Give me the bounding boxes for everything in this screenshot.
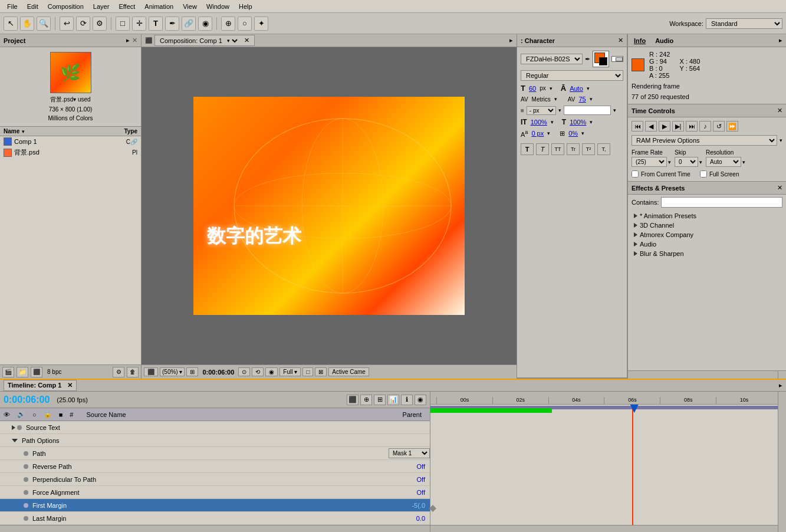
table-row[interactable]: Perpendicular To Path Off — [0, 473, 430, 486]
tl-btn-comp[interactable]: ⬛ — [347, 395, 359, 405]
tool-hand[interactable]: ✋ — [20, 17, 34, 31]
table-row[interactable]: Force Alignment Off — [0, 486, 430, 499]
table-row[interactable]: Path Options — [0, 434, 430, 447]
project-panel-close[interactable]: ✕ — [132, 37, 137, 44]
char-tsumi-val[interactable]: 0% — [568, 130, 578, 137]
tool-text[interactable]: T — [149, 17, 163, 31]
comp-alpha-btn[interactable]: □ — [302, 367, 313, 376]
char-eyedropper-icon[interactable]: ✒ — [585, 55, 590, 63]
table-row[interactable]: First Margin -5(.0 — [0, 499, 430, 512]
comp-time-btn[interactable]: ⊙ — [238, 367, 250, 376]
comp-sync-btn[interactable]: ⟲ — [252, 367, 264, 376]
char-scale-v[interactable]: 100% — [570, 119, 586, 126]
comp-mask-btn[interactable]: ◉ — [265, 367, 278, 376]
skip-arrow[interactable]: ▾ — [699, 159, 702, 165]
frame-rate-arrow[interactable]: ▾ — [668, 159, 671, 165]
char-scale-h[interactable]: 100% — [531, 119, 547, 126]
frame-rate-select[interactable]: (25) — [632, 157, 667, 167]
char-stroke-1[interactable] — [611, 56, 623, 62]
list-item[interactable]: Comp 1 C🔗 — [0, 136, 141, 147]
timeline-tab-close[interactable]: ✕ — [67, 382, 73, 389]
table-row[interactable]: Path Mask 1 — [0, 447, 430, 460]
menu-effect[interactable]: Effect — [114, 2, 140, 11]
btn-audio[interactable]: ♪ — [699, 121, 711, 132]
info-tab[interactable]: Info — [632, 36, 648, 45]
tl-btn-draft[interactable]: ⊕ — [360, 395, 372, 405]
btn-prev-frame[interactable]: ◀ — [645, 121, 657, 132]
mask-select[interactable]: Mask 1 — [389, 448, 430, 458]
tool-zoom[interactable]: 🔍 — [37, 17, 51, 31]
char-btn-smallcaps[interactable]: Tr — [567, 143, 580, 155]
expand-icon[interactable] — [12, 439, 18, 442]
tool-shape[interactable]: □ — [116, 17, 130, 31]
comp-snapshot-btn[interactable]: ⬛ — [144, 367, 158, 376]
list-item[interactable]: Audio — [632, 239, 782, 249]
table-row[interactable]: Last Margin 0.0 — [0, 512, 430, 525]
workspace-select[interactable]: Standard — [706, 18, 782, 29]
resolution-select[interactable]: Auto — [706, 157, 741, 167]
char-baseline-val[interactable]: 0 px — [531, 130, 544, 137]
char-btn-bold[interactable]: T — [521, 143, 534, 155]
btn-go-start[interactable]: ⏮ — [632, 121, 643, 132]
timeline-header-menu[interactable]: ▸ — [779, 382, 782, 389]
tool-undo[interactable]: ↩ — [60, 17, 74, 31]
char-panel-menu[interactable]: ✕ — [618, 37, 623, 44]
char-tsumi-arrow[interactable]: ▾ — [581, 130, 584, 136]
tool-move[interactable]: ✛ — [132, 17, 146, 31]
menu-edit[interactable]: Edit — [22, 2, 43, 11]
char-leading-arrow[interactable]: ▾ — [587, 86, 590, 91]
comp-quality[interactable]: Full ▾ — [279, 367, 301, 376]
menu-layer[interactable]: Layer — [88, 2, 114, 11]
char-style-select[interactable]: Regular — [521, 70, 623, 81]
tool-link[interactable]: 🔗 — [182, 17, 196, 31]
tl-btn-graph[interactable]: 📊 — [387, 395, 399, 405]
list-item[interactable]: 背景.psd Pl — [0, 147, 141, 158]
tool-pen[interactable]: ✒ — [165, 17, 179, 31]
menu-composition[interactable]: Composition — [43, 2, 88, 11]
comp-grid-btn[interactable]: ⊞ — [186, 367, 198, 376]
comp-view-mode[interactable]: Active Came — [328, 367, 369, 376]
comp-tab-close[interactable]: ✕ — [244, 37, 249, 44]
full-screen-cb[interactable] — [700, 170, 707, 178]
btn-play[interactable]: ▶ — [659, 121, 670, 132]
resolution-arrow[interactable]: ▾ — [742, 159, 745, 165]
char-btn-italic[interactable]: T — [536, 143, 549, 155]
table-row[interactable]: Source Text — [0, 421, 430, 434]
char-btn-super[interactable]: T² — [582, 143, 595, 155]
char-baseline-arrow[interactable]: ▾ — [547, 130, 550, 136]
tl-btn-render[interactable]: ◉ — [415, 395, 426, 405]
char-color-box[interactable] — [593, 51, 609, 67]
effects-hscroll[interactable] — [628, 371, 778, 379]
expand-icon[interactable] — [12, 425, 15, 430]
effects-panel-close[interactable]: ✕ — [777, 184, 782, 192]
char-scale-h-arrow[interactable]: ▾ — [551, 119, 554, 125]
tool-anchor[interactable]: ✦ — [254, 17, 268, 31]
tool-redo[interactable]: ⟳ — [76, 17, 90, 31]
comp-view-select[interactable]: ▾ — [225, 37, 239, 44]
char-size-val[interactable]: 60 — [529, 85, 536, 92]
tool-settings[interactable]: ⚙ — [93, 17, 107, 31]
char-tracking-arrow[interactable]: ▾ — [590, 96, 593, 102]
menu-file[interactable]: File — [2, 2, 22, 11]
list-item[interactable]: 3D Channel — [632, 221, 782, 230]
btn-next-frame[interactable]: ▶| — [672, 121, 684, 132]
tl-btn-info[interactable]: ℹ — [401, 395, 413, 405]
btn-loop[interactable]: ↺ — [713, 121, 725, 132]
project-folder-btn[interactable]: 📁 — [17, 367, 28, 377]
tool-clone[interactable]: ◉ — [198, 17, 212, 31]
char-indent-input[interactable] — [564, 106, 611, 115]
list-item[interactable]: Blur & Sharpen — [632, 249, 782, 258]
comp-zoom-select[interactable]: (50%) ▾ — [160, 367, 185, 376]
char-scale-v-arrow[interactable]: ▾ — [590, 119, 593, 125]
char-btn-allcaps[interactable]: TT — [551, 143, 564, 155]
menu-view[interactable]: View — [178, 2, 202, 11]
ram-preview-select[interactable]: RAM Preview Options — [632, 135, 777, 146]
ram-arrow[interactable]: ▾ — [780, 137, 782, 143]
project-render-btn[interactable]: 🎬 — [2, 367, 14, 377]
skip-select[interactable]: 0 — [675, 157, 698, 167]
menu-help[interactable]: Help — [234, 2, 257, 11]
project-settings-btn[interactable]: ⚙ — [113, 367, 124, 377]
char-input-arrow[interactable]: ▾ — [613, 107, 616, 113]
audio-tab[interactable]: Audio — [653, 36, 676, 45]
project-comp-btn[interactable]: ⬛ — [31, 367, 42, 377]
